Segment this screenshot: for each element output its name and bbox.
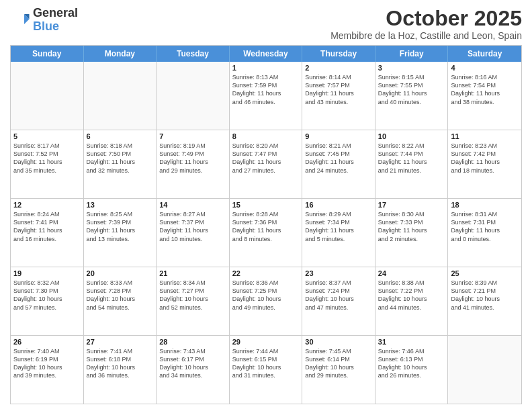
- calendar-row-0: 1Sunrise: 8:13 AM Sunset: 7:59 PM Daylig…: [11, 62, 521, 130]
- day-number: 10: [378, 132, 445, 140]
- calendar-cell: 15Sunrise: 8:28 AM Sunset: 7:36 PM Dayli…: [230, 199, 303, 267]
- calendar-cell: 18Sunrise: 8:31 AM Sunset: 7:31 PM Dayli…: [448, 199, 521, 267]
- day-info: Sunrise: 7:41 AM Sunset: 6:18 PM Dayligh…: [87, 347, 154, 380]
- day-info: Sunrise: 8:39 AM Sunset: 7:21 PM Dayligh…: [451, 279, 519, 312]
- calendar-cell: 3Sunrise: 8:15 AM Sunset: 7:55 PM Daylig…: [375, 62, 449, 130]
- day-info: Sunrise: 8:32 AM Sunset: 7:30 PM Dayligh…: [13, 279, 81, 312]
- day-info: Sunrise: 7:45 AM Sunset: 6:14 PM Dayligh…: [305, 347, 372, 380]
- day-number: 21: [159, 269, 226, 277]
- day-number: 7: [159, 132, 226, 140]
- day-info: Sunrise: 7:40 AM Sunset: 6:19 PM Dayligh…: [13, 347, 81, 380]
- day-info: Sunrise: 8:31 AM Sunset: 7:31 PM Dayligh…: [451, 210, 519, 243]
- calendar-cell: 16Sunrise: 8:29 AM Sunset: 7:34 PM Dayli…: [302, 199, 375, 267]
- day-number: 16: [305, 201, 372, 209]
- calendar-cell: 10Sunrise: 8:22 AM Sunset: 7:44 PM Dayli…: [375, 130, 449, 198]
- day-number: 9: [305, 132, 372, 140]
- day-info: Sunrise: 8:28 AM Sunset: 7:36 PM Dayligh…: [232, 210, 300, 243]
- day-number: 20: [87, 269, 154, 277]
- day-number: 2: [305, 64, 372, 72]
- day-info: Sunrise: 8:25 AM Sunset: 7:39 PM Dayligh…: [87, 210, 154, 243]
- header-sunday: Sunday: [11, 46, 84, 62]
- day-info: Sunrise: 7:43 AM Sunset: 6:17 PM Dayligh…: [159, 347, 226, 380]
- day-number: 25: [451, 269, 519, 277]
- subtitle: Membibre de la Hoz, Castille and Leon, S…: [330, 30, 522, 41]
- day-info: Sunrise: 8:14 AM Sunset: 7:57 PM Dayligh…: [305, 73, 372, 106]
- day-number: 19: [13, 269, 81, 277]
- calendar-header: Sunday Monday Tuesday Wednesday Thursday…: [11, 46, 521, 62]
- calendar-cell: 12Sunrise: 8:24 AM Sunset: 7:41 PM Dayli…: [11, 199, 84, 267]
- day-info: Sunrise: 8:27 AM Sunset: 7:37 PM Dayligh…: [159, 210, 226, 243]
- calendar-cell: 11Sunrise: 8:23 AM Sunset: 7:42 PM Dayli…: [448, 130, 521, 198]
- calendar-cell: 22Sunrise: 8:36 AM Sunset: 7:25 PM Dayli…: [230, 267, 303, 335]
- calendar-cell: 1Sunrise: 8:13 AM Sunset: 7:59 PM Daylig…: [230, 62, 303, 130]
- day-info: Sunrise: 8:24 AM Sunset: 7:41 PM Dayligh…: [13, 210, 81, 243]
- day-number: 28: [159, 338, 226, 346]
- day-info: Sunrise: 8:33 AM Sunset: 7:28 PM Dayligh…: [87, 279, 154, 312]
- logo-line1: General: [33, 7, 78, 20]
- calendar-cell: 13Sunrise: 8:25 AM Sunset: 7:39 PM Dayli…: [84, 199, 157, 267]
- day-number: 18: [451, 201, 519, 209]
- day-info: Sunrise: 7:44 AM Sunset: 6:15 PM Dayligh…: [232, 347, 300, 380]
- calendar-cell: 17Sunrise: 8:30 AM Sunset: 7:33 PM Dayli…: [375, 199, 449, 267]
- day-number: 4: [451, 64, 519, 72]
- day-info: Sunrise: 8:16 AM Sunset: 7:54 PM Dayligh…: [451, 73, 519, 106]
- page: General Blue October 2025 Membibre de la…: [0, 0, 532, 411]
- month-title: October 2025: [330, 7, 522, 30]
- calendar-body: 1Sunrise: 8:13 AM Sunset: 7:59 PM Daylig…: [11, 62, 521, 404]
- day-number: 30: [305, 338, 372, 346]
- calendar: Sunday Monday Tuesday Wednesday Thursday…: [10, 45, 522, 404]
- calendar-cell: [84, 62, 157, 130]
- logo-text: General Blue: [33, 7, 78, 34]
- calendar-cell: 28Sunrise: 7:43 AM Sunset: 6:17 PM Dayli…: [157, 336, 230, 404]
- calendar-cell: [157, 62, 230, 130]
- calendar-cell: 30Sunrise: 7:45 AM Sunset: 6:14 PM Dayli…: [302, 336, 375, 404]
- day-number: 13: [87, 201, 154, 209]
- day-info: Sunrise: 8:34 AM Sunset: 7:27 PM Dayligh…: [159, 279, 226, 312]
- day-number: 27: [87, 338, 154, 346]
- day-number: 3: [378, 64, 445, 72]
- day-number: 26: [13, 338, 81, 346]
- calendar-cell: 29Sunrise: 7:44 AM Sunset: 6:15 PM Dayli…: [230, 336, 303, 404]
- day-info: Sunrise: 8:38 AM Sunset: 7:22 PM Dayligh…: [378, 279, 445, 312]
- calendar-cell: 31Sunrise: 7:46 AM Sunset: 6:13 PM Dayli…: [375, 336, 449, 404]
- calendar-cell: 26Sunrise: 7:40 AM Sunset: 6:19 PM Dayli…: [11, 336, 84, 404]
- day-number: 14: [159, 201, 226, 209]
- header-tuesday: Tuesday: [157, 46, 230, 62]
- day-info: Sunrise: 8:17 AM Sunset: 7:52 PM Dayligh…: [13, 142, 81, 175]
- day-number: 17: [378, 201, 445, 209]
- calendar-row-3: 19Sunrise: 8:32 AM Sunset: 7:30 PM Dayli…: [11, 267, 521, 335]
- calendar-cell: 23Sunrise: 8:37 AM Sunset: 7:24 PM Dayli…: [302, 267, 375, 335]
- calendar-cell: 20Sunrise: 8:33 AM Sunset: 7:28 PM Dayli…: [84, 267, 157, 335]
- day-info: Sunrise: 8:15 AM Sunset: 7:55 PM Dayligh…: [378, 73, 445, 106]
- calendar-cell: 2Sunrise: 8:14 AM Sunset: 7:57 PM Daylig…: [302, 62, 375, 130]
- header-monday: Monday: [84, 46, 157, 62]
- day-info: Sunrise: 8:23 AM Sunset: 7:42 PM Dayligh…: [451, 142, 519, 175]
- calendar-row-2: 12Sunrise: 8:24 AM Sunset: 7:41 PM Dayli…: [11, 198, 521, 267]
- day-number: 6: [87, 132, 154, 140]
- calendar-cell: 25Sunrise: 8:39 AM Sunset: 7:21 PM Dayli…: [448, 267, 521, 335]
- calendar-cell: 6Sunrise: 8:18 AM Sunset: 7:50 PM Daylig…: [84, 130, 157, 198]
- title-block: October 2025 Membibre de la Hoz, Castill…: [330, 7, 522, 41]
- day-info: Sunrise: 8:18 AM Sunset: 7:50 PM Dayligh…: [87, 142, 154, 175]
- header-friday: Friday: [375, 46, 449, 62]
- calendar-cell: 7Sunrise: 8:19 AM Sunset: 7:49 PM Daylig…: [157, 130, 230, 198]
- day-info: Sunrise: 8:30 AM Sunset: 7:33 PM Dayligh…: [378, 210, 445, 243]
- day-number: 24: [378, 269, 445, 277]
- calendar-cell: 4Sunrise: 8:16 AM Sunset: 7:54 PM Daylig…: [448, 62, 521, 130]
- day-info: Sunrise: 8:29 AM Sunset: 7:34 PM Dayligh…: [305, 210, 372, 243]
- logo: General Blue: [10, 7, 78, 34]
- day-number: 29: [232, 338, 300, 346]
- calendar-row-1: 5Sunrise: 8:17 AM Sunset: 7:52 PM Daylig…: [11, 130, 521, 198]
- day-number: 5: [13, 132, 81, 140]
- calendar-cell: [11, 62, 84, 130]
- day-number: 8: [232, 132, 300, 140]
- header: General Blue October 2025 Membibre de la…: [10, 7, 522, 41]
- logo-icon: [10, 10, 30, 30]
- calendar-cell: 8Sunrise: 8:20 AM Sunset: 7:47 PM Daylig…: [230, 130, 303, 198]
- calendar-cell: [448, 336, 521, 404]
- calendar-cell: 21Sunrise: 8:34 AM Sunset: 7:27 PM Dayli…: [157, 267, 230, 335]
- day-number: 1: [232, 64, 300, 72]
- calendar-row-4: 26Sunrise: 7:40 AM Sunset: 6:19 PM Dayli…: [11, 335, 521, 404]
- day-number: 23: [305, 269, 372, 277]
- calendar-cell: 5Sunrise: 8:17 AM Sunset: 7:52 PM Daylig…: [11, 130, 84, 198]
